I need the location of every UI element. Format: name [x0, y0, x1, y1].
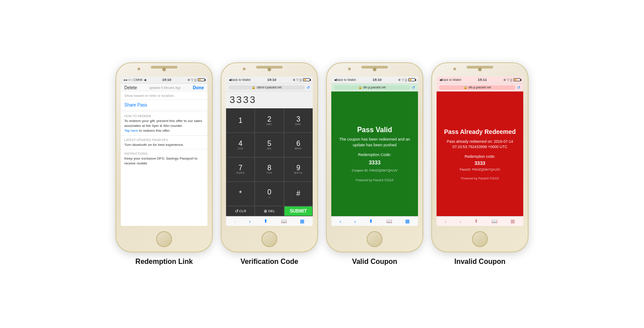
wallet-header: Delete updated 5 Minutes Ago Done	[121, 84, 207, 92]
share-icon-4[interactable]: ⬆	[474, 218, 478, 224]
key-4[interactable]: 4GHI	[226, 133, 255, 157]
phones-row: ●●○○○ CMHK ◀ 15:10 ⊕ ▽ )) Delete updated…	[115, 62, 529, 266]
pass-id-4: PassID: F6HZQDIkYQrUJV	[460, 168, 500, 172]
instructions-section: INSTRUCTIONS Keep your exclusive DFS: Sa…	[121, 150, 207, 167]
numpad-actions: ↺ CLR ⊗ DEL SUBMIT	[226, 206, 313, 216]
key-7[interactable]: 7PQRS	[226, 157, 255, 182]
bookmarks-icon-4[interactable]: 📖	[491, 218, 498, 224]
speaker-dot-4	[453, 68, 456, 70]
url-bar-2[interactable]: 🔒 client-f.passkit.net	[229, 85, 305, 90]
time-1: 15:10	[162, 78, 171, 82]
tabs-icon-3[interactable]: ▦	[405, 218, 410, 224]
key-0[interactable]: 0+	[255, 182, 284, 206]
divider-3	[121, 149, 207, 149]
back-icon-2[interactable]: ‹	[234, 219, 236, 224]
url-bar-4[interactable]: 🔒 dfs-p.passkit.net	[439, 85, 515, 90]
code-display: 3333	[226, 92, 313, 108]
phone4: ◀Back to Wallet 15:11 ⊕ ▽ )) 🔒 dfs-p.pas…	[431, 62, 529, 252]
redemption-label-3: Redemption Code:	[358, 153, 391, 157]
battery-4	[514, 78, 521, 81]
bookmarks-icon-3[interactable]: 📖	[386, 218, 392, 224]
key-9[interactable]: 9WXYZ	[284, 157, 313, 182]
browser-nav-2: 🔒 client-f.passkit.net ↺	[226, 84, 313, 92]
tabs-icon-4[interactable]: ▦	[510, 218, 515, 224]
how-to-redeem-title: HOW TO REDEEM	[124, 114, 204, 118]
latest-updates-section: LATEST UPDATES FROM DFS Turn bluetooth o…	[121, 137, 207, 148]
refresh-icon-4[interactable]: ↺	[517, 85, 521, 90]
url-bar-3[interactable]: 🔒 dfs-p.passkit.net	[334, 85, 410, 90]
refresh-icon-2[interactable]: ↺	[307, 85, 310, 90]
redemption-code-4: 3333	[475, 160, 485, 166]
valid-coupon-content: Pass Valid The coupon has been redeemed …	[331, 92, 418, 216]
icons-2: ⊕ ▽ ))	[293, 78, 310, 82]
status-bar-3: ◀Back to Wallet 15:10 ⊕ ▽ ))	[331, 76, 418, 84]
key-6[interactable]: 6MNO	[284, 133, 313, 157]
share-icon-2[interactable]: ⬆	[264, 218, 268, 224]
pass-valid-title: Pass Valid	[357, 126, 392, 134]
key-hash[interactable]: #	[284, 182, 313, 206]
key-8[interactable]: 8TUV	[255, 157, 284, 182]
updated-text: updated 5 Minutes Ago	[137, 86, 193, 89]
submit-button[interactable]: SUBMIT	[284, 206, 313, 216]
numpad: 1 2ABC 3DEF 4GHI 5JKL 6MNO 7PQRS 8TUV 9W…	[226, 108, 313, 206]
key-3[interactable]: 3DEF	[284, 108, 313, 133]
pass-invalid-title: Pass Already Redeemed	[444, 128, 516, 136]
home-button-1[interactable]	[156, 231, 172, 247]
url-text-4: dfs-p.passkit.net	[468, 86, 491, 89]
clr-button[interactable]: ↺ CLR	[226, 206, 255, 216]
forward-icon-3[interactable]: ›	[354, 219, 356, 224]
carrier-2[interactable]: ◀Back to Wallet	[229, 78, 250, 82]
done-button[interactable]: Done	[193, 85, 204, 90]
share-icon-3[interactable]: ⬆	[369, 218, 373, 224]
carrier-1: ●●○○○ CMHK ◀	[123, 78, 146, 82]
latest-updates-title: LATEST UPDATES FROM DFS	[124, 138, 204, 141]
carrier-4[interactable]: ◀Back to Wallet	[439, 78, 461, 82]
del-button[interactable]: ⊗ DEL	[255, 206, 284, 216]
how-to-redeem-text: To redeem your gift, present this offer …	[124, 118, 204, 128]
status-bar-2: ◀Back to Wallet 15:10 ⊕ ▽ ))	[226, 76, 313, 84]
speaker-dot	[138, 68, 140, 70]
back-icon-4[interactable]: ‹	[445, 219, 447, 224]
key-1[interactable]: 1	[226, 108, 255, 133]
powered-3: Powered by PassKit ©2016	[356, 179, 393, 182]
refresh-icon-3[interactable]: ↺	[412, 85, 415, 90]
url-text-2: client-f.passkit.net	[257, 86, 281, 89]
battery-1	[198, 78, 205, 81]
home-button-4[interactable]	[472, 231, 488, 247]
phone1: ●●○○○ CMHK ◀ 15:10 ⊕ ▽ )) Delete updated…	[115, 62, 213, 252]
latest-updates-text: Turn bluetooth on for best experience.	[124, 142, 204, 147]
key-2[interactable]: 2ABC	[255, 108, 284, 133]
location-row: Show based on time or location.	[121, 92, 207, 100]
forward-icon-2[interactable]: ›	[249, 219, 251, 224]
delete-button[interactable]: Delete	[124, 85, 137, 90]
tabs-icon-2[interactable]: ▦	[300, 218, 304, 224]
home-button-2[interactable]	[261, 231, 277, 247]
camera	[162, 68, 166, 71]
phone2: ◀Back to Wallet 15:10 ⊕ ▽ )) 🔒 client-f.…	[221, 62, 318, 252]
browser-bottom-3: ‹ › ⬆ 📖 ▦	[331, 216, 418, 226]
back-icon-3[interactable]: ‹	[340, 219, 341, 224]
bookmarks-icon-2[interactable]: 📖	[281, 218, 287, 224]
phone4-label: Invalid Coupon	[454, 258, 506, 266]
pass-redeemed-text: Pass already redeemed on: 2016-07-14 07:…	[440, 139, 520, 150]
how-to-redeem-section: HOW TO REDEEM To redeem your gift, prese…	[121, 113, 207, 134]
speaker-dot-2	[243, 68, 245, 70]
invalid-coupon-content: Pass Already Redeemed Pass already redee…	[437, 92, 523, 216]
time-2: 15:10	[267, 78, 276, 82]
time-4: 15:11	[478, 78, 487, 82]
share-pass-link[interactable]: Share Pass	[121, 100, 207, 111]
home-button-3[interactable]	[367, 231, 383, 247]
forward-icon-4[interactable]: ›	[460, 219, 461, 224]
key-5[interactable]: 5JKL	[255, 133, 284, 157]
phone1-screen: ●●○○○ CMHK ◀ 15:10 ⊕ ▽ )) Delete updated…	[121, 76, 207, 226]
redemption-label-4: Redemption code:	[465, 154, 495, 159]
carrier-3[interactable]: ◀Back to Wallet	[334, 78, 356, 82]
phone3-screen: ◀Back to Wallet 15:10 ⊕ ▽ )) 🔒 dfs-p.pas…	[331, 76, 418, 226]
phone4-screen: ◀Back to Wallet 15:11 ⊕ ▽ )) 🔒 dfs-p.pas…	[437, 76, 523, 226]
battery-3	[408, 78, 415, 81]
phone1-col: ●●○○○ CMHK ◀ 15:10 ⊕ ▽ )) Delete updated…	[115, 62, 213, 266]
phone3-col: ◀Back to Wallet 15:10 ⊕ ▽ )) 🔒 dfs-p.pas…	[326, 62, 423, 266]
key-star[interactable]: *	[226, 182, 255, 206]
tap-here-link[interactable]: Tap here	[124, 129, 138, 133]
speaker-dot-3	[348, 68, 351, 70]
